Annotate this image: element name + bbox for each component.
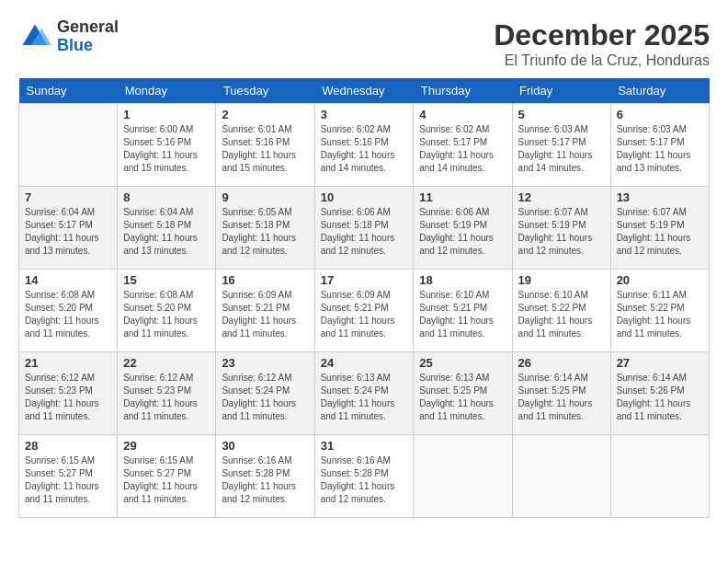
- calendar-cell: 7Sunrise: 6:04 AM Sunset: 5:17 PM Daylig…: [19, 187, 118, 270]
- calendar-table: SundayMondayTuesdayWednesdayThursdayFrid…: [18, 78, 710, 518]
- calendar-cell: 23Sunrise: 6:12 AM Sunset: 5:24 PM Dayli…: [216, 352, 314, 435]
- month-year: December 2025: [494, 18, 710, 52]
- logo-general-text: General: [57, 17, 119, 36]
- day-info: Sunrise: 6:13 AM Sunset: 5:25 PM Dayligh…: [419, 372, 506, 423]
- day-info: Sunrise: 6:04 AM Sunset: 5:18 PM Dayligh…: [123, 206, 210, 258]
- calendar-cell: 15Sunrise: 6:08 AM Sunset: 5:20 PM Dayli…: [118, 270, 216, 352]
- day-info: Sunrise: 6:12 AM Sunset: 5:23 PM Dayligh…: [123, 372, 210, 423]
- day-info: Sunrise: 6:02 AM Sunset: 5:16 PM Dayligh…: [321, 123, 408, 175]
- day-number: 12: [518, 190, 605, 204]
- day-info: Sunrise: 6:06 AM Sunset: 5:18 PM Dayligh…: [321, 206, 408, 258]
- day-info: Sunrise: 6:08 AM Sunset: 5:20 PM Dayligh…: [25, 289, 111, 340]
- day-number: 18: [419, 273, 506, 287]
- calendar-cell: 18Sunrise: 6:10 AM Sunset: 5:21 PM Dayli…: [414, 270, 512, 352]
- day-info: Sunrise: 6:14 AM Sunset: 5:26 PM Dayligh…: [617, 372, 703, 423]
- calendar-week-row: 7Sunrise: 6:04 AM Sunset: 5:17 PM Daylig…: [19, 187, 710, 270]
- day-info: Sunrise: 6:01 AM Sunset: 5:16 PM Dayligh…: [222, 123, 308, 175]
- day-info: Sunrise: 6:03 AM Sunset: 5:17 PM Dayligh…: [617, 123, 703, 175]
- day-number: 1: [123, 108, 210, 121]
- calendar-cell: 26Sunrise: 6:14 AM Sunset: 5:25 PM Dayli…: [512, 352, 610, 435]
- day-info: Sunrise: 6:10 AM Sunset: 5:21 PM Dayligh…: [419, 289, 506, 340]
- day-number: 15: [123, 273, 210, 287]
- calendar-cell: 3Sunrise: 6:02 AM Sunset: 5:16 PM Daylig…: [314, 104, 414, 187]
- day-info: Sunrise: 6:10 AM Sunset: 5:22 PM Dayligh…: [518, 289, 605, 340]
- column-header-saturday: Saturday: [610, 78, 709, 104]
- day-info: Sunrise: 6:16 AM Sunset: 5:28 PM Dayligh…: [222, 454, 308, 506]
- day-number: 27: [617, 356, 703, 370]
- day-info: Sunrise: 6:12 AM Sunset: 5:23 PM Dayligh…: [25, 372, 111, 423]
- calendar-cell: [19, 104, 118, 187]
- day-info: Sunrise: 6:13 AM Sunset: 5:24 PM Dayligh…: [321, 372, 408, 423]
- calendar-cell: 5Sunrise: 6:03 AM Sunset: 5:17 PM Daylig…: [512, 104, 610, 187]
- day-info: Sunrise: 6:16 AM Sunset: 5:28 PM Dayligh…: [321, 454, 408, 506]
- day-number: 21: [25, 356, 111, 370]
- day-number: 10: [321, 190, 408, 204]
- day-number: 29: [123, 439, 210, 453]
- day-info: Sunrise: 6:05 AM Sunset: 5:18 PM Dayligh…: [222, 206, 308, 258]
- day-number: 28: [25, 439, 111, 453]
- calendar-cell: 31Sunrise: 6:16 AM Sunset: 5:28 PM Dayli…: [314, 435, 414, 518]
- day-number: 4: [419, 108, 506, 121]
- title-area: December 2025 El Triunfo de la Cruz, Hon…: [494, 18, 710, 69]
- day-info: Sunrise: 6:09 AM Sunset: 5:21 PM Dayligh…: [321, 289, 408, 340]
- day-number: 24: [321, 356, 408, 370]
- calendar-cell: 17Sunrise: 6:09 AM Sunset: 5:21 PM Dayli…: [314, 270, 414, 352]
- day-number: 22: [123, 356, 210, 370]
- logo-blue-text: Blue: [57, 36, 93, 54]
- calendar-cell: 4Sunrise: 6:02 AM Sunset: 5:17 PM Daylig…: [414, 104, 512, 187]
- day-number: 7: [25, 190, 111, 204]
- day-number: 25: [419, 356, 506, 370]
- calendar-header-row: SundayMondayTuesdayWednesdayThursdayFrid…: [19, 78, 710, 104]
- column-header-sunday: Sunday: [19, 78, 118, 104]
- day-number: 8: [123, 190, 210, 204]
- day-info: Sunrise: 6:15 AM Sunset: 5:27 PM Dayligh…: [25, 454, 111, 506]
- day-info: Sunrise: 6:11 AM Sunset: 5:22 PM Dayligh…: [617, 289, 703, 340]
- calendar-cell: 28Sunrise: 6:15 AM Sunset: 5:27 PM Dayli…: [19, 435, 118, 518]
- day-number: 3: [321, 108, 408, 121]
- calendar-week-row: 28Sunrise: 6:15 AM Sunset: 5:27 PM Dayli…: [19, 435, 710, 518]
- day-info: Sunrise: 6:12 AM Sunset: 5:24 PM Dayligh…: [222, 372, 308, 423]
- calendar-cell: 6Sunrise: 6:03 AM Sunset: 5:17 PM Daylig…: [610, 104, 709, 187]
- calendar-cell: [512, 435, 610, 518]
- day-info: Sunrise: 6:06 AM Sunset: 5:19 PM Dayligh…: [419, 206, 506, 258]
- calendar-cell: 25Sunrise: 6:13 AM Sunset: 5:25 PM Dayli…: [414, 352, 512, 435]
- day-number: 31: [321, 439, 408, 453]
- calendar-cell: 12Sunrise: 6:07 AM Sunset: 5:19 PM Dayli…: [512, 187, 610, 270]
- day-number: 26: [518, 356, 605, 370]
- calendar-cell: 19Sunrise: 6:10 AM Sunset: 5:22 PM Dayli…: [512, 270, 610, 352]
- calendar-cell: [414, 435, 512, 518]
- day-info: Sunrise: 6:09 AM Sunset: 5:21 PM Dayligh…: [222, 289, 308, 340]
- day-number: 2: [222, 108, 308, 121]
- calendar-cell: 8Sunrise: 6:04 AM Sunset: 5:18 PM Daylig…: [118, 187, 216, 270]
- calendar-cell: 13Sunrise: 6:07 AM Sunset: 5:19 PM Dayli…: [610, 187, 709, 270]
- day-number: 30: [222, 439, 308, 453]
- calendar-cell: 16Sunrise: 6:09 AM Sunset: 5:21 PM Dayli…: [216, 270, 314, 352]
- calendar-cell: 30Sunrise: 6:16 AM Sunset: 5:28 PM Dayli…: [216, 435, 314, 518]
- column-header-friday: Friday: [512, 78, 610, 104]
- calendar-cell: 29Sunrise: 6:15 AM Sunset: 5:27 PM Dayli…: [118, 435, 216, 518]
- calendar-cell: 22Sunrise: 6:12 AM Sunset: 5:23 PM Dayli…: [118, 352, 216, 435]
- day-info: Sunrise: 6:02 AM Sunset: 5:17 PM Dayligh…: [419, 123, 506, 175]
- calendar-cell: 2Sunrise: 6:01 AM Sunset: 5:16 PM Daylig…: [216, 104, 314, 187]
- column-header-monday: Monday: [118, 78, 216, 104]
- calendar-cell: 9Sunrise: 6:05 AM Sunset: 5:18 PM Daylig…: [216, 187, 314, 270]
- day-number: 14: [25, 273, 111, 287]
- calendar-cell: [610, 435, 709, 518]
- logo: General Blue: [18, 18, 119, 55]
- day-info: Sunrise: 6:07 AM Sunset: 5:19 PM Dayligh…: [518, 206, 605, 258]
- calendar-week-row: 1Sunrise: 6:00 AM Sunset: 5:16 PM Daylig…: [19, 104, 710, 187]
- day-info: Sunrise: 6:07 AM Sunset: 5:19 PM Dayligh…: [617, 206, 703, 258]
- day-info: Sunrise: 6:04 AM Sunset: 5:17 PM Dayligh…: [25, 206, 111, 258]
- day-number: 23: [222, 356, 308, 370]
- location: El Triunfo de la Cruz, Honduras: [494, 52, 710, 69]
- day-number: 5: [518, 108, 605, 121]
- calendar-cell: 27Sunrise: 6:14 AM Sunset: 5:26 PM Dayli…: [610, 352, 709, 435]
- column-header-thursday: Thursday: [414, 78, 512, 104]
- day-number: 20: [617, 273, 703, 287]
- calendar-week-row: 14Sunrise: 6:08 AM Sunset: 5:20 PM Dayli…: [19, 270, 710, 352]
- day-info: Sunrise: 6:00 AM Sunset: 5:16 PM Dayligh…: [123, 123, 210, 175]
- day-info: Sunrise: 6:03 AM Sunset: 5:17 PM Dayligh…: [518, 123, 605, 175]
- day-info: Sunrise: 6:14 AM Sunset: 5:25 PM Dayligh…: [518, 372, 605, 423]
- day-info: Sunrise: 6:08 AM Sunset: 5:20 PM Dayligh…: [123, 289, 210, 340]
- day-number: 9: [222, 190, 308, 204]
